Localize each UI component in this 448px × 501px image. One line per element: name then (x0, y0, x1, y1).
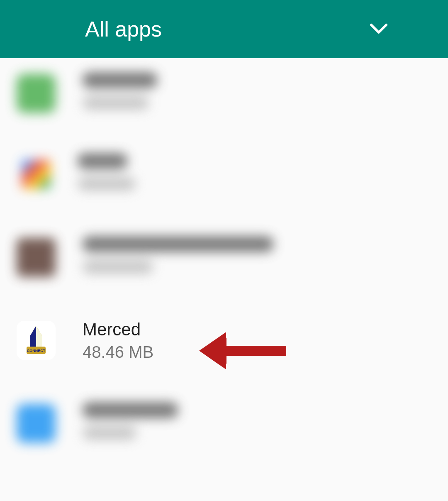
app-size (83, 426, 136, 440)
app-icon (17, 74, 56, 113)
app-list-item[interactable] (0, 66, 448, 133)
app-name (83, 402, 178, 418)
app-list-item[interactable] (0, 133, 448, 216)
app-name (83, 236, 273, 252)
merced-connect-icon: CONNECT (22, 324, 51, 357)
app-size (83, 96, 149, 110)
app-icon (22, 160, 51, 189)
app-list-item[interactable] (0, 382, 448, 465)
app-icon: CONNECT (17, 321, 56, 360)
app-size (78, 177, 136, 191)
app-name (78, 153, 127, 169)
app-name (83, 72, 157, 88)
app-list-item[interactable] (0, 216, 448, 299)
app-info: Merced 48.46 MB (83, 320, 153, 362)
app-icon (17, 404, 56, 443)
app-info (83, 236, 273, 279)
app-info (83, 72, 157, 115)
app-info (78, 153, 136, 196)
svg-text:CONNECT: CONNECT (27, 349, 46, 353)
app-list-item-merced[interactable]: CONNECT Merced 48.46 MB (0, 299, 448, 382)
page-title: All apps (85, 17, 162, 42)
app-name: Merced (83, 320, 153, 340)
app-list: CONNECT Merced 48.46 MB (0, 58, 448, 465)
app-size (83, 260, 153, 274)
app-info (83, 402, 178, 445)
app-size: 48.46 MB (83, 343, 153, 362)
filter-dropdown-button[interactable] (370, 20, 388, 38)
chevron-down-icon (370, 23, 388, 35)
app-list-header: All apps (0, 0, 448, 58)
app-icon (17, 238, 56, 277)
